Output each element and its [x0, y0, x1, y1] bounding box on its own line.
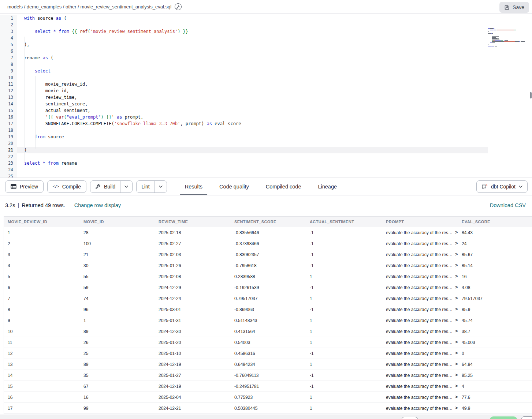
code-line[interactable]: 22 — [0, 153, 532, 160]
prompt-expand-chevron[interactable]: > — [455, 395, 458, 400]
build-dropdown-caret[interactable] — [120, 181, 132, 192]
column-header-eval_score[interactable]: EVAL_SCORE — [458, 220, 532, 224]
prompt-preview-text: evaluate the accuracy of the res… — [386, 263, 453, 268]
lint-dropdown-caret[interactable] — [155, 181, 167, 192]
column-header-sentiment_score[interactable]: SENTIMENT_SCORE — [231, 220, 306, 224]
line-content — [17, 173, 488, 177]
cell-eval_score: 85.67 — [458, 252, 532, 257]
tab-code-quality[interactable]: Code quality — [215, 178, 254, 195]
cell-actual_sentiment: -1 — [306, 373, 382, 378]
line-number: 18 — [0, 127, 17, 134]
code-line[interactable]: 16 '{{ var("eval_prompt") }}' as prompt, — [0, 114, 532, 120]
code-line[interactable]: 1with source as ( — [0, 15, 532, 22]
code-line[interactable]: 2 — [0, 22, 532, 28]
bottom-green-pill[interactable] — [490, 416, 517, 419]
column-header-movie_id[interactable]: MOVIE_ID — [80, 220, 155, 224]
code-line[interactable]: 23select * from rename — [0, 160, 532, 167]
column-header-prompt[interactable]: PROMPT — [382, 220, 458, 224]
cell-sentiment_score: -0.83062357 — [231, 252, 306, 257]
cell-movie_id: 59 — [80, 285, 155, 290]
code-line[interactable]: 21) — [0, 147, 532, 153]
code-line[interactable]: 19 from source — [0, 134, 532, 140]
download-csv-link[interactable]: Download CSV — [490, 202, 526, 208]
preview-button[interactable]: Preview — [5, 180, 44, 193]
prompt-preview-text: evaluate the accuracy of the res… — [386, 296, 453, 301]
prompt-expand-chevron[interactable]: > — [455, 406, 458, 411]
code-line[interactable]: 7rename as ( — [0, 55, 532, 61]
lint-button[interactable]: Lint — [137, 181, 155, 192]
code-line[interactable]: 24 — [0, 167, 532, 173]
breadcrumb-separator: / — [23, 4, 27, 10]
jinja-edit-icon[interactable] — [175, 3, 182, 10]
table-row: 17992024-12-210.503804451evaluate the ac… — [4, 403, 532, 414]
cell-review_time: 2024-12-19 — [155, 384, 231, 389]
prompt-expand-chevron[interactable]: > — [455, 318, 458, 323]
code-line[interactable]: 10 — [0, 74, 532, 81]
tab-lineage[interactable]: Lineage — [313, 178, 342, 195]
breadcrumb-item[interactable]: models — [7, 4, 23, 10]
change-row-display-link[interactable]: Change row display — [74, 202, 121, 208]
build-button[interactable]: Build — [90, 181, 120, 192]
code-line[interactable]: 15 actual_sentiment, — [0, 107, 532, 114]
code-line[interactable]: 9 select — [0, 68, 532, 74]
breadcrumb-item[interactable]: movie_review_sentiment_analysis_eval.sql — [80, 4, 171, 10]
prompt-expand-chevron[interactable]: > — [455, 362, 458, 367]
column-header-review_time[interactable]: REVIEW_TIME — [155, 220, 231, 224]
copilot-dropdown-caret[interactable] — [519, 186, 522, 188]
cell-prompt: evaluate the accuracy of the res…> — [382, 351, 458, 356]
line-number: 3 — [0, 28, 17, 35]
prompt-expand-chevron[interactable]: > — [455, 263, 458, 268]
prompt-expand-chevron[interactable]: > — [455, 307, 458, 312]
prompt-expand-chevron[interactable]: > — [455, 351, 458, 356]
code-editor[interactable]: 1with source as (23 select * from {{ ref… — [0, 14, 532, 177]
prompt-expand-chevron[interactable]: > — [455, 373, 458, 378]
prompt-expand-chevron[interactable]: > — [455, 252, 458, 257]
line-content — [17, 140, 488, 147]
cell-eval_score: 38.7 — [458, 329, 532, 334]
cell-actual_sentiment: -1 — [306, 285, 382, 290]
code-line[interactable]: 12 movie_id, — [0, 87, 532, 94]
tab-results[interactable]: Results — [180, 178, 207, 195]
cell-prompt: evaluate the accuracy of the res…> — [382, 285, 458, 290]
code-line[interactable]: 17 SNOWFLAKE.CORTEX.COMPLETE('snowflake-… — [0, 120, 532, 127]
code-line[interactable]: 3 select * from {{ ref('movie_review_sen… — [0, 28, 532, 35]
tab-compiled-code[interactable]: Compiled code — [261, 178, 306, 195]
code-line[interactable]: 8 — [0, 61, 532, 68]
prompt-expand-chevron[interactable]: > — [455, 384, 458, 389]
breadcrumb-item[interactable]: other — [66, 4, 77, 10]
cell-movie_review_id: 15 — [4, 384, 80, 389]
minimap[interactable] — [488, 28, 529, 48]
prompt-expand-chevron[interactable]: > — [455, 241, 458, 246]
code-line[interactable]: 5), — [0, 41, 532, 48]
code-line[interactable]: 13 review_time, — [0, 94, 532, 101]
code-line[interactable]: 14 sentiment_score, — [0, 101, 532, 107]
line-content: from source — [17, 134, 488, 140]
column-header-movie_review_id[interactable]: MOVIE_REVIEW_ID — [4, 220, 80, 224]
cell-review_time: 2025-02-04 — [155, 395, 231, 400]
editor-scrollbar-thumb[interactable] — [530, 92, 532, 98]
code-line[interactable]: 4 — [0, 35, 532, 41]
code-line[interactable]: 25 — [0, 173, 532, 177]
bottom-partial-button[interactable] — [402, 417, 418, 419]
cell-sentiment_score: -0.83556646 — [231, 230, 306, 235]
prompt-expand-chevron[interactable]: > — [455, 230, 458, 235]
dbt-copilot-button[interactable]: dbt Copilot — [476, 180, 528, 193]
cell-eval_score: 79.517037 — [458, 296, 532, 301]
prompt-expand-chevron[interactable]: > — [455, 329, 458, 334]
bottom-partial-button-right[interactable] — [521, 416, 532, 419]
save-button[interactable]: Save — [499, 2, 529, 13]
prompt-expand-chevron[interactable]: > — [455, 340, 458, 345]
code-line[interactable]: 18 — [0, 127, 532, 134]
prompt-expand-chevron[interactable]: > — [455, 274, 458, 279]
cell-movie_review_id: 7 — [4, 296, 80, 301]
code-line[interactable]: 20 — [0, 140, 532, 147]
code-line[interactable]: 6 — [0, 48, 532, 55]
breadcrumb-item[interactable]: demo_examples — [27, 4, 62, 10]
cell-eval_score: 85.25 — [458, 373, 532, 378]
cell-movie_id: 35 — [80, 373, 155, 378]
prompt-expand-chevron[interactable]: > — [455, 296, 458, 301]
code-line[interactable]: 11 movie_review_id, — [0, 81, 532, 87]
column-header-actual_sentiment[interactable]: ACTUAL_SENTIMENT — [306, 220, 382, 224]
compile-button[interactable]: </> Compile — [47, 180, 86, 193]
prompt-expand-chevron[interactable]: > — [455, 285, 458, 290]
